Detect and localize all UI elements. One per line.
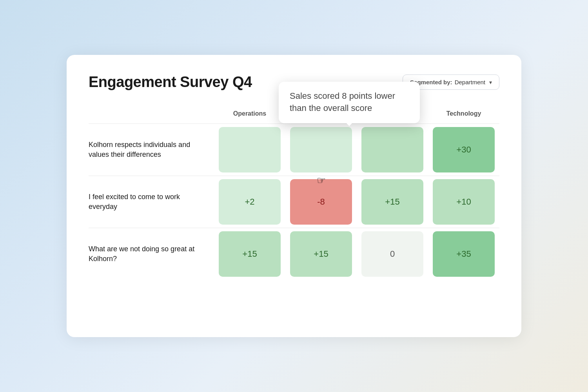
cell-value: +35 bbox=[456, 249, 471, 259]
page-title: Engagement Survey Q4 bbox=[89, 74, 252, 91]
col-header-technology: Technology bbox=[428, 106, 499, 123]
table-row: What are we not doing so great at Kolhor… bbox=[89, 228, 499, 280]
cell-row1-sales[interactable]: Sales scored 8 points lower than the ove… bbox=[288, 127, 354, 172]
grid-header: Operations Sales ▲ Finance Technology bbox=[89, 106, 499, 123]
cell-value: +15 bbox=[385, 197, 399, 207]
card-header: Engagement Survey Q4 Segmented by: Depar… bbox=[89, 74, 499, 91]
chevron-down-icon: ▾ bbox=[489, 79, 492, 85]
score-cell[interactable]: +15 bbox=[219, 231, 281, 277]
cell-value: +30 bbox=[456, 145, 471, 155]
segment-selector-button[interactable]: Segmented by: Department ▾ bbox=[403, 74, 499, 90]
cell-row1-technology[interactable]: +30 bbox=[430, 127, 497, 172]
cell-row1-finance[interactable] bbox=[359, 127, 426, 172]
score-cell[interactable] bbox=[290, 127, 352, 172]
segment-value: Department bbox=[455, 79, 485, 85]
cell-row2-operations[interactable]: +2 bbox=[216, 179, 283, 225]
cell-value: +10 bbox=[456, 197, 471, 207]
score-cell[interactable] bbox=[361, 127, 423, 172]
row-label-2: I feel excited to come to work everyday bbox=[89, 176, 214, 228]
row-label-3: What are we not doing so great at Kolhor… bbox=[89, 228, 214, 280]
cell-row3-finance[interactable]: 0 bbox=[359, 231, 426, 277]
cell-row1-operations[interactable] bbox=[216, 127, 283, 172]
score-cell[interactable]: +10 bbox=[433, 179, 495, 225]
cell-row3-technology[interactable]: +35 bbox=[430, 231, 497, 277]
cell-value: +15 bbox=[314, 249, 328, 259]
table-row: I feel excited to come to work everyday … bbox=[89, 176, 499, 228]
table-row: Kolhorn respects individuals and values … bbox=[89, 123, 499, 176]
score-cell[interactable]: 0 bbox=[361, 231, 423, 277]
score-cell[interactable]: +2 bbox=[219, 179, 281, 225]
main-card: Engagement Survey Q4 Segmented by: Depar… bbox=[67, 55, 521, 337]
cell-row3-sales[interactable]: +15 bbox=[288, 231, 354, 277]
cursor-icon: ☞ bbox=[317, 174, 326, 187]
sort-icon: ▲ bbox=[377, 111, 382, 116]
segment-label: Segmented by: bbox=[410, 79, 452, 85]
data-grid: Operations Sales ▲ Finance Technology Ko… bbox=[89, 106, 499, 280]
score-cell[interactable]: +35 bbox=[433, 231, 495, 277]
col-header-sales: Sales bbox=[285, 106, 357, 123]
cell-row2-finance[interactable]: +15 bbox=[359, 179, 426, 225]
score-cell[interactable]: +30 bbox=[433, 127, 495, 172]
cell-value: +2 bbox=[245, 197, 254, 207]
row-label-1: Kolhorn respects individuals and values … bbox=[89, 124, 214, 176]
score-cell[interactable]: +15 bbox=[290, 231, 352, 277]
col-header-finance: ▲ Finance bbox=[357, 106, 428, 123]
cell-row2-technology[interactable]: +10 bbox=[430, 179, 497, 225]
cell-value: -8 bbox=[317, 197, 325, 207]
cell-row3-operations[interactable]: +15 bbox=[216, 231, 283, 277]
col-header-operations: Operations bbox=[214, 106, 285, 123]
cell-value: 0 bbox=[390, 249, 395, 259]
score-cell[interactable]: +15 bbox=[361, 179, 423, 225]
cell-value: +15 bbox=[242, 249, 257, 259]
col-header-question bbox=[89, 106, 214, 123]
score-cell[interactable] bbox=[219, 127, 281, 172]
